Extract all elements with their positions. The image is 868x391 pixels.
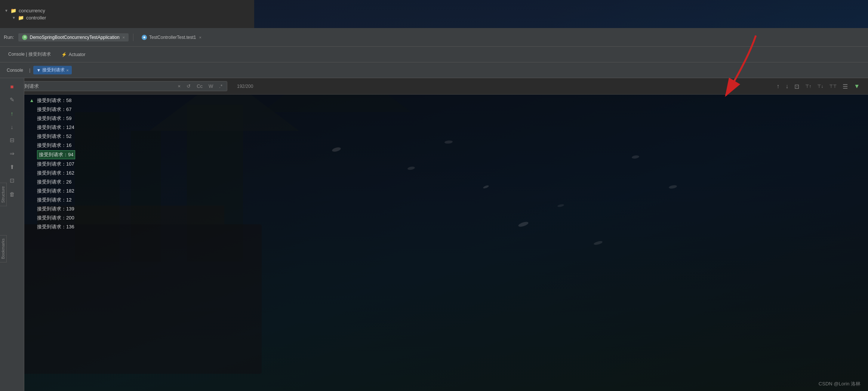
tab-separator [133, 34, 133, 41]
entry-text-8: 接受到请求：162 [37, 169, 74, 177]
search-bar: 🔍 × ↺ Cc W .* 192/200 [0, 78, 868, 95]
scroll-up-btn[interactable]: ↑ [776, 82, 780, 90]
log-entry: 接受到请求：59 [24, 114, 868, 123]
run-bar: Run: ⚙ DemoSpringBootConcurrencyTestAppl… [0, 28, 868, 47]
run-tab-test[interactable]: ◆ TestControllerTest.test1 × [138, 33, 205, 41]
folder-arrow: ▼ [4, 9, 8, 13]
actuator-icon: ⚡ [61, 52, 67, 57]
edit-icon-btn[interactable]: ✎ [6, 94, 18, 106]
folder-icon: 📁 [10, 8, 16, 13]
test-run-icon: ◆ [142, 35, 147, 40]
pipe-separator: | [29, 67, 30, 73]
log-area: ▲ 接受到请求：58 接受到请求：67 接受到请求：59 接受到请求：124 接… [24, 95, 868, 391]
log-entry: 接受到请求：200 [24, 213, 868, 222]
search-controls: × ↺ Cc W .* [176, 83, 224, 90]
flow-btn[interactable]: ⇒ [6, 148, 18, 160]
format3-btn[interactable]: ⊤⊤ [828, 83, 837, 90]
log-entry: 接受到请求：139 [24, 204, 868, 213]
up-icon-btn[interactable]: ↑ [6, 107, 18, 119]
folder-icon-2: 📁 [18, 15, 24, 21]
entry-text-12: 接受到请求：139 [37, 205, 74, 213]
entry-text-13: 接受到请求：200 [37, 214, 74, 222]
case-btn[interactable]: Cc [195, 83, 204, 90]
scroll-down-btn[interactable]: ↓ [785, 82, 789, 90]
app-tab-close[interactable]: × [123, 35, 125, 40]
list-btn[interactable]: ☰ [842, 82, 849, 91]
log-entry: 接受到请求：52 [24, 132, 868, 141]
file-tree-area: ▼ 📁 concurrency ▼ 📁 controller [0, 0, 254, 28]
left-sidebar: ■ ✎ ↑ ↓ ⊟ ⇒ ⬆ ⊡ 🗑 Structure Bookmarks [0, 78, 24, 391]
search-input-wrapper[interactable]: 🔍 × ↺ Cc W .* [3, 81, 227, 91]
structure-tab-label[interactable]: Structure [0, 183, 7, 206]
app-tab-label: DemoSpringBootConcurrencyTestApplication [30, 35, 119, 40]
actuator-label: Actuator [69, 52, 86, 57]
delete-btn[interactable]: 🗑 [6, 188, 18, 200]
entry-text-9: 接受到请求：26 [37, 178, 71, 186]
log-entry: 接受到请求：124 [24, 123, 868, 132]
actuator-tab[interactable]: ⚡ Actuator [57, 50, 90, 59]
entry-text-10: 接受到请求：182 [37, 187, 74, 195]
console-tab-label-filter[interactable]: Console [4, 67, 26, 74]
log-entry: 接受到请求：136 [24, 222, 868, 231]
log-entry: 接受到请求：162 [24, 169, 868, 178]
log-entry: 接受到请求：16 [24, 141, 868, 150]
folder-arrow-2: ▼ [12, 16, 16, 20]
watermark: CSDN @Lorin 洛林 [819, 381, 861, 387]
filter-chip-label: 接受到请求 [42, 67, 65, 73]
clear-search-btn[interactable]: × [176, 83, 182, 90]
bookmarks-tab-label[interactable]: Bookmarks [0, 235, 7, 262]
bookmarks-tab-container[interactable]: Bookmarks [0, 235, 7, 262]
controller-folder-label: controller [26, 15, 46, 21]
log-entry-highlighted: 接受到请求：94 [24, 150, 868, 160]
entry-text-3: 接受到请求：124 [37, 123, 74, 132]
word-btn[interactable]: W [207, 83, 215, 90]
run-label: Run: [4, 34, 14, 40]
entry-text-5: 接受到请求：16 [37, 141, 71, 150]
filter-btn[interactable]: ▼ [853, 82, 861, 90]
structure-tab-container[interactable]: Structure [0, 183, 7, 206]
search-input[interactable] [15, 83, 174, 89]
soft-wrap-btn[interactable]: ⊡ [794, 82, 800, 91]
entry-arrow-icon: ▲ [29, 96, 35, 105]
entry-text-4: 接受到请求：52 [37, 132, 71, 141]
regex-btn[interactable]: .* [218, 83, 224, 90]
test-tab-label: TestControllerTest.test1 [149, 35, 196, 40]
entry-text-11: 接受到请求：12 [37, 196, 71, 204]
right-toolbar: ↑ ↓ ⊡ ⊤↑ ⊤↓ ⊤⊤ ☰ ▼ [776, 78, 861, 95]
entry-text-1: 接受到请求：67 [37, 105, 71, 114]
test-tab-close[interactable]: × [199, 35, 201, 40]
controller-folder-item[interactable]: ▼ 📁 controller [4, 14, 250, 21]
filter-bar: Console | ▼ 接受到请求 × [0, 62, 868, 78]
entry-text-2: 接受到请求：59 [37, 114, 71, 123]
format1-btn[interactable]: ⊤↑ [804, 83, 812, 90]
app-run-icon: ⚙ [22, 35, 27, 40]
match-count: 192/200 [237, 84, 253, 89]
filter-chip-close-btn[interactable]: × [66, 68, 68, 73]
history-btn[interactable]: ↺ [185, 83, 192, 90]
filter-icon-chip: ▼ [36, 68, 41, 73]
log-entry: ▲ 接受到请求：58 [24, 96, 868, 105]
toggle-btn[interactable]: ⊟ [6, 134, 18, 146]
entry-text-0: 接受到请求：58 [37, 96, 71, 105]
log-entry: 接受到请求：67 [24, 105, 868, 114]
filter-chip[interactable]: ▼ 接受到请求 × [33, 66, 71, 74]
entry-text-6: 接受到请求：94 [37, 150, 75, 159]
log-entry: 接受到请求：26 [24, 178, 868, 187]
console-tab-label: Console | 接受到请求 [8, 51, 51, 58]
console-toolbar: Console | 接受到请求 ⚡ Actuator [0, 47, 868, 62]
stop-button[interactable]: ■ [6, 80, 18, 92]
down-icon-btn[interactable]: ↓ [6, 121, 18, 133]
entry-text-14: 接受到请求：136 [37, 223, 74, 231]
print-btn[interactable]: ⊡ [6, 175, 18, 187]
log-entry: 接受到请求：182 [24, 187, 868, 196]
console-filter-tab[interactable]: Console | 接受到请求 [4, 49, 55, 59]
log-entries-container: ▲ 接受到请求：58 接受到请求：67 接受到请求：59 接受到请求：124 接… [24, 95, 868, 233]
run-tab-app[interactable]: ⚙ DemoSpringBootConcurrencyTestApplicati… [18, 33, 129, 41]
format2-btn[interactable]: ⊤↓ [816, 83, 824, 90]
log-entry: 接受到请求：12 [24, 196, 868, 204]
log-entry: 接受到请求：107 [24, 160, 868, 169]
concurrency-folder-item[interactable]: ▼ 📁 concurrency [4, 7, 250, 14]
entry-text-7: 接受到请求：107 [37, 160, 74, 168]
export-btn[interactable]: ⬆ [6, 161, 18, 173]
concurrency-folder-label: concurrency [19, 8, 45, 13]
